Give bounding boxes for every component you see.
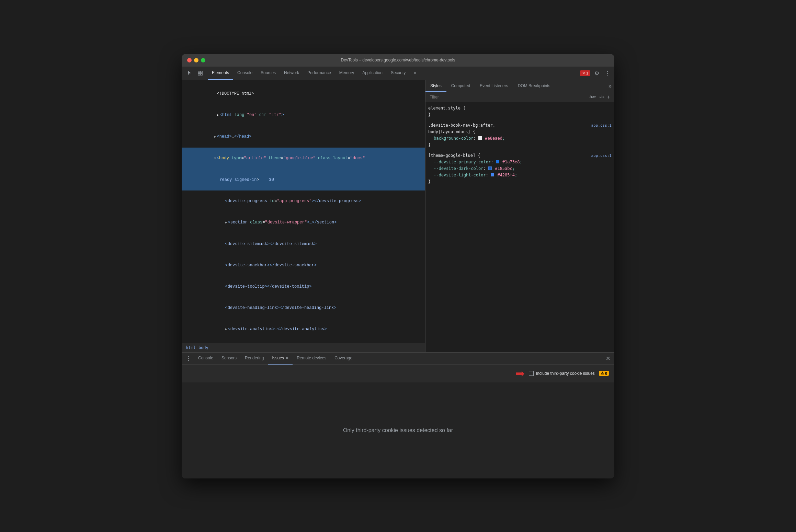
devtools-window: DevTools – developers.google.com/web/too… xyxy=(182,54,614,478)
css-selector-element-style: element.style { xyxy=(428,105,612,112)
dom-line-progress: <devsite-progress id="app-progress"></de… xyxy=(182,190,425,212)
css-selector-book-nav: .devsite-book-nav-bg:after, xyxy=(428,122,612,129)
styles-panel: Styles Computed Event Listeners DOM Brea… xyxy=(425,80,614,352)
drawer-toolbar: ➡ Include third-party cookie issues ⚠ 0 xyxy=(182,365,614,382)
styles-tab-event-listeners[interactable]: Event Listeners xyxy=(475,81,513,92)
css-rule-theme: app.css:1 [theme=google-blue] { --devsit… xyxy=(428,152,612,185)
css-selector-theme: [theme=google-blue] { xyxy=(428,152,612,159)
toolbar-icon-group xyxy=(184,68,205,78)
css-source-link-2[interactable]: app.css:1 xyxy=(591,152,612,159)
html-triangle[interactable]: ▶ xyxy=(217,113,219,117)
drawer-tab-remote-devices[interactable]: Remote devices xyxy=(293,352,330,365)
maximize-button[interactable] xyxy=(201,58,205,62)
cls-toggle[interactable]: .cls xyxy=(599,94,604,100)
traffic-lights xyxy=(187,58,205,62)
css-source-link-1[interactable]: app.css:1 xyxy=(591,122,612,129)
dom-line-head: ▶<head>…</head> xyxy=(182,126,425,148)
main-toolbar: Elements Console Sources Network Perform… xyxy=(182,67,614,80)
more-options-icon[interactable]: ⋮ xyxy=(603,69,612,78)
dom-line-html: ▶<html lang="en" dir="ltr"> xyxy=(182,104,425,126)
error-badge[interactable]: ✕ 1 xyxy=(580,70,590,76)
css-prop-primary: --devsite-primary-color: #1a73e8; xyxy=(428,159,612,165)
color-swatch-1a73e8 xyxy=(496,160,499,163)
drawer-body: Only third-party cookie issues detected … xyxy=(182,382,614,478)
warning-count: 0 xyxy=(605,371,607,375)
drawer-tab-close-icon[interactable]: ✕ xyxy=(285,356,288,360)
styles-more-icon[interactable]: » xyxy=(606,80,614,92)
cookie-issues-checkbox[interactable] xyxy=(529,371,534,376)
minimize-button[interactable] xyxy=(194,58,198,62)
inspect-icon[interactable] xyxy=(195,68,205,78)
tab-security[interactable]: Security xyxy=(387,67,410,80)
css-prop-light: --devsite-light-color: #4285f4; xyxy=(428,172,612,178)
cursor-icon[interactable] xyxy=(184,68,194,78)
error-icon: ✕ xyxy=(582,71,585,76)
dom-line-snackbar: <devsite-snackbar></devsite-snackbar> xyxy=(182,255,425,276)
css-close-3: } xyxy=(428,178,612,185)
dom-line-doctype: <!DOCTYPE html> xyxy=(182,83,425,104)
warning-badge: ⚠ 0 xyxy=(599,371,609,376)
styles-tab-styles[interactable]: Styles xyxy=(425,81,446,92)
tab-sources[interactable]: Sources xyxy=(257,67,280,80)
css-close-2: } xyxy=(428,142,612,148)
drawer-tab-coverage[interactable]: Coverage xyxy=(330,352,356,365)
dom-breadcrumb: html body xyxy=(182,343,425,352)
color-swatch-4285f4 xyxy=(491,173,494,176)
warning-icon: ⚠ xyxy=(601,371,604,375)
styles-tabs: Styles Computed Event Listeners DOM Brea… xyxy=(425,80,614,92)
dom-line-analytics: ▶<devsite-analytics>…</devsite-analytics… xyxy=(182,319,425,340)
svg-rect-0 xyxy=(198,71,200,73)
dom-line-body-cont: ready signed-in> == $0 xyxy=(182,169,425,190)
tab-network[interactable]: Network xyxy=(280,67,303,80)
drawer-tabs: ⋮ Console Sensors Rendering Issues ✕ Rem… xyxy=(182,352,614,365)
svg-rect-2 xyxy=(198,73,200,75)
dom-panel: <!DOCTYPE html> ▶<html lang="en" dir="lt… xyxy=(182,80,425,352)
main-tabs: Elements Console Sources Network Perform… xyxy=(208,67,420,80)
drawer-tab-console[interactable]: Console xyxy=(194,352,217,365)
tab-memory[interactable]: Memory xyxy=(335,67,358,80)
dom-tree: <!DOCTYPE html> ▶<html lang="en" dir="lt… xyxy=(182,80,425,343)
css-rule-book-nav: app.css:1 .devsite-book-nav-bg:after, bo… xyxy=(428,122,612,148)
tab-elements[interactable]: Elements xyxy=(208,67,233,80)
settings-icon[interactable]: ⚙ xyxy=(593,69,601,78)
red-arrow-indicator: ➡ xyxy=(515,367,525,380)
svg-rect-3 xyxy=(201,73,202,75)
dom-line-heading-link: <devsite-heading-link></devsite-heading-… xyxy=(182,297,425,319)
drawer-tab-issues[interactable]: Issues ✕ xyxy=(268,352,293,365)
css-selector-body: body[layout=docs] { xyxy=(428,129,612,135)
bottom-drawer: ⋮ Console Sensors Rendering Issues ✕ Rem… xyxy=(182,352,614,478)
drawer-menu-icon[interactable]: ⋮ xyxy=(183,355,194,362)
close-button[interactable] xyxy=(187,58,192,62)
css-prop-bg-color: background-color: #e8eaed; xyxy=(428,135,612,142)
filter-bar: :hov .cls + xyxy=(425,92,614,102)
drawer-close-button[interactable]: ✕ xyxy=(603,355,613,362)
add-rule-button[interactable]: + xyxy=(607,94,610,100)
dom-line-tooltip: <devsite-tooltip></devsite-tooltip> xyxy=(182,276,425,297)
dom-line-body[interactable]: ▼<body type="article" theme="google-blue… xyxy=(182,148,425,169)
tab-application[interactable]: Application xyxy=(358,67,387,80)
svg-rect-1 xyxy=(201,71,202,73)
content-area: <!DOCTYPE html> ▶<html lang="en" dir="lt… xyxy=(182,80,614,352)
tab-performance[interactable]: Performance xyxy=(303,67,335,80)
dom-line-sitemask: <devsite-sitemask></devsite-sitemask> xyxy=(182,233,425,255)
css-close-1: } xyxy=(428,112,612,118)
titlebar: DevTools – developers.google.com/web/too… xyxy=(182,54,614,67)
styles-tab-computed[interactable]: Computed xyxy=(446,81,475,92)
tab-more[interactable]: » xyxy=(410,67,420,80)
cookie-issues-label: Include third-party cookie issues xyxy=(536,371,594,376)
css-rule-element-style: element.style { } xyxy=(428,105,612,118)
dom-line-section: ▶<section class="devsite-wrapper">…</sec… xyxy=(182,212,425,233)
filter-actions: :hov .cls + xyxy=(589,94,610,100)
hov-toggle[interactable]: :hov xyxy=(589,94,596,100)
tab-console[interactable]: Console xyxy=(233,67,257,80)
error-count: 1 xyxy=(586,71,588,75)
breadcrumb-body[interactable]: body xyxy=(198,345,208,350)
filter-input[interactable] xyxy=(430,95,589,100)
breadcrumb-html[interactable]: html xyxy=(186,345,196,350)
drawer-tab-rendering[interactable]: Rendering xyxy=(241,352,268,365)
color-swatch-185abc xyxy=(488,166,492,170)
styles-tab-dom-breakpoints[interactable]: DOM Breakpoints xyxy=(513,81,555,92)
color-swatch-e8eaed xyxy=(478,136,482,140)
drawer-tab-sensors[interactable]: Sensors xyxy=(217,352,241,365)
window-title: DevTools – developers.google.com/web/too… xyxy=(341,58,455,62)
